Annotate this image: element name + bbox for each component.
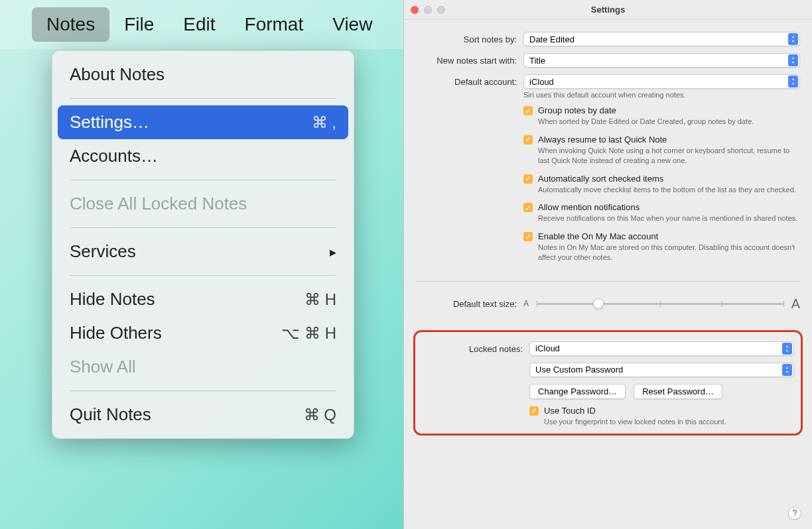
menu-services[interactable]: Services ▸ bbox=[58, 235, 348, 268]
menu-file[interactable]: File bbox=[109, 7, 169, 42]
text-size-large-icon: A bbox=[791, 296, 800, 312]
locked-notes-account-select[interactable]: iCloud ▴▾ bbox=[529, 341, 794, 356]
shortcut-label: ⌘ H bbox=[304, 290, 336, 309]
notes-app-menu-dropdown: About Notes Settings… ⌘ , Accounts… Clos… bbox=[52, 50, 354, 439]
chevron-right-icon: ▸ bbox=[330, 244, 336, 260]
menu-about-notes[interactable]: About Notes bbox=[58, 58, 348, 91]
help-button[interactable]: ? bbox=[788, 506, 801, 520]
divider bbox=[70, 390, 336, 391]
menu-view[interactable]: View bbox=[318, 7, 387, 42]
autosort-title: Automatically sort checked items bbox=[538, 174, 800, 184]
group-by-date-desc: When sorted by Date Edited or Date Creat… bbox=[538, 117, 800, 127]
stepper-icon: ▴▾ bbox=[782, 343, 792, 355]
window-controls bbox=[411, 6, 445, 14]
new-notes-label: New notes start with: bbox=[416, 53, 517, 66]
resume-quick-note-title: Always resume to last Quick Note bbox=[538, 135, 800, 145]
shortcut-label: ⌘ , bbox=[312, 113, 336, 132]
divider bbox=[70, 275, 336, 276]
stepper-icon: ▴▾ bbox=[782, 364, 792, 376]
on-my-mac-checkbox[interactable]: ✓ bbox=[523, 232, 533, 241]
text-size-small-icon: A bbox=[523, 299, 529, 308]
resume-quick-note-checkbox[interactable]: ✓ bbox=[523, 135, 533, 145]
default-account-helper: Siri uses this default account when crea… bbox=[523, 91, 800, 99]
menu-format[interactable]: Format bbox=[230, 7, 318, 42]
divider bbox=[416, 281, 800, 282]
slider-knob[interactable] bbox=[593, 298, 604, 309]
touch-id-checkbox[interactable]: ✓ bbox=[529, 406, 539, 416]
menu-hide-notes[interactable]: Hide Notes ⌘ H bbox=[58, 282, 348, 316]
divider bbox=[70, 98, 336, 99]
locked-notes-section-highlight: Locked notes: iCloud ▴▾ Use Custom Passw… bbox=[413, 330, 803, 436]
group-by-date-checkbox[interactable]: ✓ bbox=[523, 106, 533, 115]
divider bbox=[70, 180, 336, 180]
sort-select[interactable]: Date Edited ▴▾ bbox=[523, 32, 800, 46]
settings-window: Settings Sort notes by: Date Edited ▴▾ N… bbox=[403, 0, 812, 529]
touch-id-title: Use Touch ID bbox=[544, 406, 794, 416]
menu-notes[interactable]: Notes bbox=[32, 7, 109, 42]
resume-quick-note-desc: When invoking Quick Note using a hot cor… bbox=[538, 146, 800, 166]
stepper-icon: ▴▾ bbox=[788, 54, 798, 66]
mention-notifications-checkbox[interactable]: ✓ bbox=[523, 203, 533, 212]
group-by-date-title: Group notes by date bbox=[538, 105, 800, 115]
locked-notes-label: Locked notes: bbox=[422, 341, 523, 354]
menu-hide-others[interactable]: Hide Others ⌥ ⌘ H bbox=[58, 316, 348, 350]
mention-notifications-title: Allow mention notifications bbox=[538, 202, 800, 212]
mention-notifications-desc: Receive notifications on this Mac when y… bbox=[538, 213, 800, 223]
menu-close-locked: Close All Locked Notes bbox=[58, 187, 348, 221]
autosort-checkbox[interactable]: ✓ bbox=[523, 174, 533, 184]
touch-id-desc: Use your fingerprint to view locked note… bbox=[544, 417, 794, 427]
menu-edit[interactable]: Edit bbox=[169, 7, 230, 42]
text-size-label: Default text size: bbox=[416, 299, 517, 309]
minimize-window-button bbox=[424, 6, 432, 14]
password-mode-select[interactable]: Use Custom Password ▴▾ bbox=[529, 363, 794, 377]
menu-show-all: Show All bbox=[58, 350, 348, 384]
change-password-button[interactable]: Change Password… bbox=[529, 384, 626, 399]
text-size-slider[interactable] bbox=[537, 303, 783, 305]
menu-accounts[interactable]: Accounts… bbox=[58, 139, 348, 173]
shortcut-label: ⌘ Q bbox=[304, 406, 336, 424]
titlebar: Settings bbox=[404, 0, 812, 20]
shortcut-label: ⌥ ⌘ H bbox=[281, 324, 336, 343]
sort-label: Sort notes by: bbox=[416, 32, 517, 44]
window-title: Settings bbox=[591, 5, 625, 15]
stepper-icon: ▴▾ bbox=[788, 76, 798, 88]
menubar: Notes File Edit Format View bbox=[0, 0, 403, 49]
menu-settings[interactable]: Settings… ⌘ , bbox=[58, 105, 348, 139]
menu-quit-notes[interactable]: Quit Notes ⌘ Q bbox=[58, 398, 348, 432]
autosort-desc: Automatically move checklist items to th… bbox=[538, 185, 800, 195]
on-my-mac-title: Enable the On My Mac account bbox=[538, 231, 800, 241]
reset-password-button[interactable]: Reset Password… bbox=[634, 384, 722, 399]
default-account-select[interactable]: iCloud ▴▾ bbox=[523, 74, 800, 89]
on-my-mac-desc: Notes in On My Mac are stored on this co… bbox=[538, 243, 800, 263]
close-window-button[interactable] bbox=[411, 6, 419, 14]
default-account-label: Default account: bbox=[416, 74, 517, 87]
zoom-window-button bbox=[437, 6, 445, 14]
divider bbox=[70, 227, 336, 228]
new-notes-select[interactable]: Title ▴▾ bbox=[523, 53, 800, 68]
stepper-icon: ▴▾ bbox=[788, 33, 798, 45]
